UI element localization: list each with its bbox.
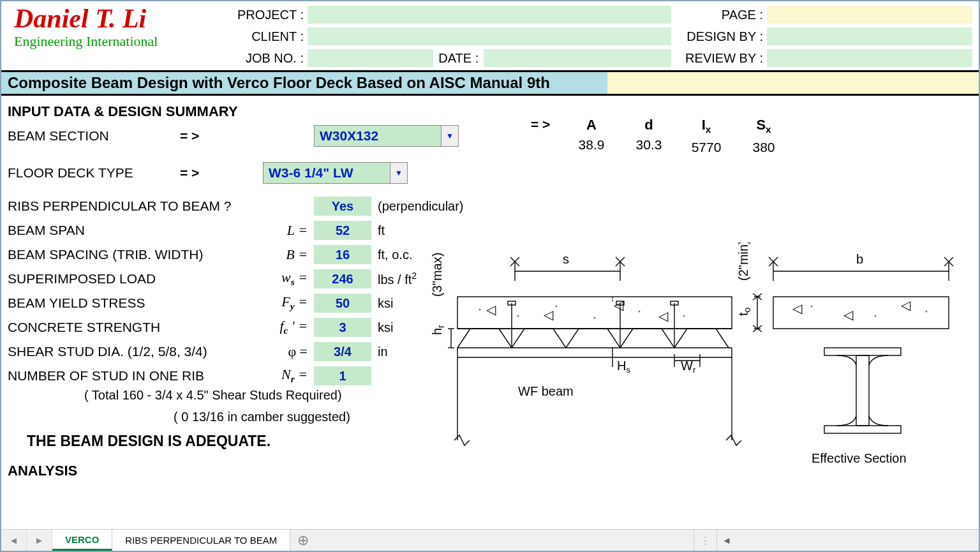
span-value[interactable]: 52 <box>314 221 371 240</box>
effective-section-label: Effective Section <box>812 451 907 465</box>
span-unit: ft <box>371 223 385 238</box>
prop-A-header: A <box>563 117 620 133</box>
svg-point-44 <box>875 315 877 317</box>
dim-Hs: Hs <box>617 359 630 375</box>
chevron-down-icon[interactable]: ▼ <box>441 125 459 147</box>
page-title: Composite Beam Design with Verco Floor D… <box>1 72 607 94</box>
client-label: CLIENT : <box>225 29 308 44</box>
load-label: SUPERIMPOSED LOAD <box>8 271 218 287</box>
svg-point-43 <box>811 306 813 308</box>
deck-type-select[interactable]: W3-6 1/4" LW ▼ <box>263 162 390 184</box>
client-input[interactable] <box>308 27 671 45</box>
prop-A-value: 38.9 <box>563 137 620 153</box>
beam-section-arrow: = > <box>180 128 218 144</box>
spacing-value[interactable]: 16 <box>314 245 371 264</box>
nr-label: NUMBER OF STUD IN ONE RIB <box>8 368 218 384</box>
stud-label: SHEAR STUD DIA. (1/2, 5/8, 3/4) <box>8 344 218 359</box>
fy-unit: ksi <box>371 296 393 311</box>
dim-to-note: (2"min) <box>736 242 750 281</box>
prop-d-header: d <box>620 117 678 133</box>
svg-point-13 <box>517 315 519 317</box>
beam-diagram: ◁◁ ◁◁ s hr (3"max) Hs Wr <box>429 242 965 472</box>
props-arrow: = > <box>531 117 563 132</box>
fc-unit: ksi <box>371 320 393 335</box>
designby-label: DESIGN BY : <box>671 29 767 44</box>
reviewby-input[interactable] <box>767 49 972 67</box>
dim-hr-note: (3"max) <box>430 253 444 297</box>
svg-text:◁: ◁ <box>614 298 624 312</box>
beam-section-label: BEAM SECTION <box>8 128 180 144</box>
load-unit: lbs / ft2 <box>371 271 417 287</box>
fc-symbol: fc ' = <box>218 318 314 336</box>
logo-block: Daniel T. Li Engineering International <box>14 5 225 50</box>
title-right-cell <box>607 72 979 94</box>
dim-to: to <box>736 307 752 316</box>
fy-label: BEAM YIELD STRESS <box>8 295 218 311</box>
stud-symbol: φ = <box>218 343 314 360</box>
svg-point-14 <box>556 306 558 308</box>
tab-verco[interactable]: VERCO <box>52 530 112 551</box>
ribs-unit: (perpendicular) <box>371 199 464 214</box>
beam-section-select[interactable]: W30X132 ▼ <box>314 125 442 147</box>
svg-text:◁: ◁ <box>544 308 554 322</box>
dim-b: b <box>856 252 863 266</box>
jobno-label: JOB NO. : <box>225 51 308 66</box>
date-label: DATE : <box>433 51 484 66</box>
spacing-unit: ft, o.c. <box>371 248 412 262</box>
deck-type-label: FLOOR DECK TYPE <box>8 165 180 181</box>
dim-Wr: Wr <box>681 359 696 375</box>
svg-text:◁: ◁ <box>658 309 669 323</box>
span-label: BEAM SPAN <box>8 223 218 238</box>
project-input[interactable] <box>308 6 671 24</box>
prop-Sx-header: Sx <box>735 117 792 135</box>
svg-text:◁: ◁ <box>901 298 911 312</box>
svg-point-16 <box>639 311 641 313</box>
deck-type-value: W3-6 1/4" LW <box>269 165 353 181</box>
nr-symbol: Nr = <box>218 366 314 385</box>
ribs-value[interactable]: Yes <box>314 197 371 216</box>
tab-separator-icon: ⋮ <box>694 530 717 551</box>
svg-point-17 <box>683 315 685 317</box>
svg-text:◁: ◁ <box>486 302 496 317</box>
spacing-symbol: B = <box>218 246 314 263</box>
svg-point-12 <box>479 309 481 311</box>
scroll-left-icon[interactable]: ◄ <box>717 535 736 546</box>
date-input[interactable] <box>484 49 671 67</box>
fc-value[interactable]: 3 <box>314 318 371 337</box>
page-label: PAGE : <box>671 8 767 22</box>
load-value[interactable]: 246 <box>314 269 371 288</box>
svg-point-45 <box>926 311 928 313</box>
stud-unit: in <box>371 345 388 359</box>
project-label: PROJECT : <box>225 8 308 22</box>
svg-rect-47 <box>856 355 869 426</box>
beam-section-value: W30X132 <box>320 128 378 144</box>
tab-add-icon[interactable]: ⊕ <box>290 530 316 551</box>
dim-hr: hr <box>430 325 446 335</box>
designby-input[interactable] <box>767 27 972 45</box>
logo-subtitle: Engineering International <box>14 33 225 50</box>
wf-beam-label: WF beam <box>518 384 574 398</box>
tab-next-icon[interactable]: ► <box>27 530 52 551</box>
svg-point-15 <box>594 317 596 319</box>
sheet-tabs: ◄ ► VERCO RIBS PERPENDICULAR TO BEAM ⊕ ⋮… <box>1 529 979 551</box>
ribs-label: RIBS PERPENDICULAR TO BEAM ? <box>8 198 314 214</box>
stud-value[interactable]: 3/4 <box>314 342 371 361</box>
fy-symbol: Fy = <box>218 294 314 312</box>
prop-d-value: 30.3 <box>620 137 678 153</box>
prop-Ix-value: 5770 <box>678 140 735 155</box>
spacing-label: BEAM SPACING (TRIB. WIDTH) <box>8 247 218 262</box>
dim-s: s <box>563 252 569 266</box>
tab-ribs[interactable]: RIBS PERPENDICULAR TO BEAM <box>112 530 290 551</box>
chevron-down-icon[interactable]: ▼ <box>390 162 408 184</box>
svg-rect-0 <box>457 297 732 329</box>
tab-prev-icon[interactable]: ◄ <box>1 530 27 551</box>
span-symbol: L = <box>218 222 314 239</box>
nr-value[interactable]: 1 <box>314 366 371 385</box>
jobno-input[interactable] <box>308 49 433 67</box>
svg-rect-46 <box>824 348 901 355</box>
page-input[interactable] <box>767 6 972 24</box>
fy-value[interactable]: 50 <box>314 294 371 313</box>
svg-text:◁: ◁ <box>843 308 854 322</box>
prop-Sx-value: 380 <box>735 140 792 155</box>
svg-text:◁: ◁ <box>792 301 803 315</box>
